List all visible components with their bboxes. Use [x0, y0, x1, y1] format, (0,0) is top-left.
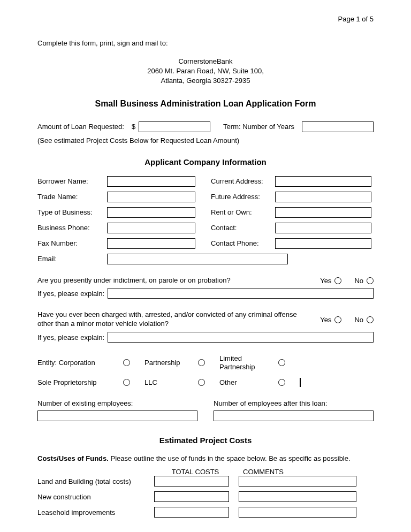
section-company-title: Applicant Company Information: [37, 157, 374, 166]
comments-header: COMMENTS: [237, 468, 344, 476]
contact-phone-label: Contact Phone:: [211, 239, 275, 247]
amount-input[interactable]: [139, 121, 210, 132]
current-address-label: Current Address:: [211, 177, 275, 185]
entity-sole-radio[interactable]: [123, 379, 130, 386]
contact-label: Contact:: [211, 224, 275, 232]
amount-label: Amount of Loan Requested:: [37, 123, 124, 131]
borrower-name-input[interactable]: [107, 176, 195, 187]
mail-instruction: Complete this form, print, sign and mail…: [37, 39, 374, 47]
entity-limited-label: Limited Partnership: [219, 354, 278, 371]
email-input[interactable]: [107, 254, 288, 264]
entity-partnership-label: Partnership: [144, 359, 198, 367]
address-line1: CornerstoneBank: [37, 57, 374, 66]
entity-partnership-radio[interactable]: [198, 359, 205, 366]
cost-land-label: Land and Building (total costs): [37, 477, 154, 485]
q1-yes-label: Yes: [320, 277, 331, 285]
total-costs-header: TOTAL COSTS: [154, 468, 237, 476]
cost-land-comments-input[interactable]: [239, 476, 356, 487]
q2-yes-radio[interactable]: [334, 316, 341, 323]
rent-own-input[interactable]: [275, 207, 371, 218]
future-address-label: Future Address:: [211, 193, 275, 201]
employees-after-label: Number of employees after this loan:: [214, 399, 374, 407]
q1-explain-label: If yes, please explain:: [37, 290, 104, 298]
current-address-input[interactable]: [275, 176, 371, 187]
q1-no-label: No: [354, 277, 363, 285]
costs-intro: Costs/Uses of Funds. Please outline the …: [37, 454, 374, 462]
q2-no-label: No: [354, 316, 363, 324]
costs-intro-rest: Please outline the use of funds in the s…: [109, 454, 351, 462]
entity-sole-label: Sole Proprietorship: [37, 378, 123, 386]
form-title: Small Business Administration Loan Appli…: [37, 99, 374, 109]
cost-construction-label: New construction: [37, 493, 154, 501]
type-business-input[interactable]: [107, 207, 195, 218]
employees-after-input[interactable]: [214, 411, 374, 421]
term-input[interactable]: [302, 121, 374, 132]
loan-note: (See estimated Project Costs Below for R…: [37, 136, 374, 145]
type-business-label: Type of Business:: [37, 208, 107, 216]
entity-llc-label: LLC: [144, 378, 198, 386]
rent-own-label: Rent or Own:: [211, 208, 275, 216]
cost-construction-total-input[interactable]: [154, 491, 229, 502]
entity-other-input[interactable]: [300, 378, 301, 387]
entity-limited-radio[interactable]: [278, 359, 285, 366]
borrower-name-label: Borrower Name:: [37, 177, 107, 185]
loan-amount-row: Amount of Loan Requested: $ Term: Number…: [37, 121, 374, 132]
address-line3: Atlanta, Georgia 30327-2935: [37, 76, 374, 86]
employees-existing-label: Number of existing employees:: [37, 399, 197, 407]
q2-explain-input[interactable]: [108, 332, 374, 343]
entity-other-radio[interactable]: [278, 379, 285, 386]
entity-corporation-radio[interactable]: [123, 359, 130, 366]
section-costs-title: Estimated Project Costs: [37, 436, 374, 445]
contact-phone-input[interactable]: [275, 238, 371, 249]
entity-llc-radio[interactable]: [198, 379, 205, 386]
q1-no-radio[interactable]: [367, 277, 374, 284]
address-line2: 2060 Mt. Paran Road, NW, Suite 100,: [37, 66, 374, 76]
q2-no-radio[interactable]: [367, 316, 374, 323]
contact-input[interactable]: [275, 223, 371, 233]
cost-construction-comments-input[interactable]: [239, 491, 356, 502]
business-phone-label: Business Phone:: [37, 224, 107, 232]
future-address-input[interactable]: [275, 192, 371, 202]
term-label: Term: Number of Years: [223, 123, 294, 131]
email-label: Email:: [37, 255, 107, 263]
cost-leasehold-comments-input[interactable]: [239, 507, 356, 518]
costs-header-row: TOTAL COSTS COMMENTS: [37, 468, 374, 476]
costs-intro-bold: Costs/Uses of Funds.: [37, 454, 109, 462]
q2-explain-label: If yes, please explain:: [37, 333, 104, 341]
trade-name-label: Trade Name:: [37, 193, 107, 201]
bank-address: CornerstoneBank 2060 Mt. Paran Road, NW,…: [37, 57, 374, 86]
q1-yes-radio[interactable]: [334, 277, 341, 284]
currency-symbol: $: [132, 123, 135, 131]
cost-land-total-input[interactable]: [154, 476, 229, 487]
fax-input[interactable]: [107, 238, 195, 249]
trade-name-input[interactable]: [107, 192, 195, 202]
business-phone-input[interactable]: [107, 223, 195, 233]
cost-leasehold-label: Leasehold improvements: [37, 508, 154, 516]
entity-other-label: Other: [219, 378, 278, 386]
q1-text: Are you presently under indictment, on p…: [37, 276, 307, 285]
page-number: Page 1 of 5: [37, 15, 374, 23]
q2-text: Have you ever been charged with, arreste…: [37, 310, 307, 329]
cost-leasehold-total-input[interactable]: [154, 507, 229, 518]
q1-explain-input[interactable]: [108, 288, 374, 299]
q2-yes-label: Yes: [320, 316, 331, 324]
entity-corporation-label: Entity: Corporation: [37, 359, 123, 367]
fax-label: Fax Number:: [37, 239, 107, 247]
employees-existing-input[interactable]: [37, 411, 197, 421]
